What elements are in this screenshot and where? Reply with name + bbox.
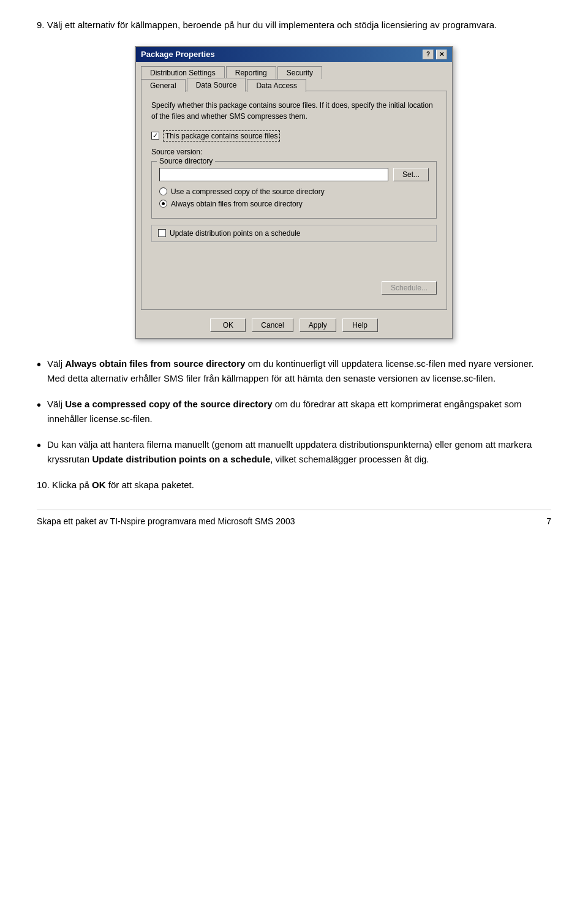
bullet-item-2: • Välj Use a compressed copy of the sour… [37,397,551,426]
bullet-dot-3: • [37,437,41,453]
ok-button[interactable]: OK [210,318,246,332]
dialog-description: Specify whether this package contains so… [151,100,437,122]
update-schedule-checkbox[interactable] [158,229,166,237]
radio-compressed[interactable] [159,187,167,195]
radio-always-obtain[interactable] [159,200,167,208]
footer-right: 7 [546,516,551,526]
content-spacer [151,251,437,281]
tab-general[interactable]: General [141,79,186,92]
update-schedule-label: Update distribution points on a schedule [170,229,300,238]
radio-always-obtain-label: Always obtain files from source director… [171,200,303,208]
bold-update-distribution: Update distribution points on a schedule [92,454,270,464]
bullet-item-3: • Du kan välja att hantera filerna manue… [37,437,551,467]
source-version-label: Source version: [151,148,437,156]
source-directory-groupbox: Source directory Set... Use a compressed… [151,161,437,219]
schedule-button[interactable]: Schedule... [382,281,437,295]
source-files-checkbox[interactable]: ✓ [151,132,159,140]
dialog-window: Package Properties ? ✕ Distribution Sett… [135,46,453,339]
tabs-row1: Distribution Settings Reporting Security [136,62,452,78]
tab-data-source[interactable]: Data Source [187,78,246,92]
source-files-checkbox-row: ✓ This package contains source files [151,130,437,141]
dialog-content: Specify whether this package contains so… [141,91,447,310]
step10: 10. Klicka på OK för att skapa paketet. [37,478,551,492]
bullet-dot-2: • [37,397,41,413]
bullet-text-1: Välj Always obtain files from source dir… [47,356,551,386]
step9-intro: 9. Välj ett alternativ för källmappen, b… [37,18,551,32]
tabs-row2: General Data Source Data Access [136,78,452,91]
bullet-text-3: Du kan välja att hantera filerna manuell… [47,437,551,467]
help-button[interactable]: Help [342,318,378,332]
footer-left: Skapa ett paket av TI-Nspire programvara… [37,516,295,526]
dialog-footer: OK Cancel Apply Help [136,315,452,338]
bullet-text-2: Välj Use a compressed copy of the source… [47,397,551,426]
source-dir-input[interactable] [159,168,388,181]
tab-reporting[interactable]: Reporting [226,66,276,79]
tab-security[interactable]: Security [277,66,322,79]
group-box-legend: Source directory [157,157,215,165]
dialog-container: Package Properties ? ✕ Distribution Sett… [37,46,551,339]
apply-button[interactable]: Apply [300,318,336,332]
update-schedule-row: Update distribution points on a schedule [151,225,437,242]
bullet-dot-1: • [37,356,41,372]
close-titlebar-btn[interactable]: ✕ [436,50,447,59]
radio-compressed-row: Use a compressed copy of the source dire… [159,187,429,196]
bullet-item-1: • Välj Always obtain files from source d… [37,356,551,386]
bold-ok: OK [92,480,106,490]
source-files-label: This package contains source files [163,130,280,141]
bold-compressed-copy: Use a compressed copy of the source dire… [65,399,272,409]
dialog-title: Package Properties [141,50,215,59]
dialog-titlebar: Package Properties ? ✕ [136,47,452,62]
tab-data-access[interactable]: Data Access [247,79,306,92]
schedule-btn-row: Schedule... [151,281,437,295]
radio-compressed-label: Use a compressed copy of the source dire… [171,187,325,196]
set-button[interactable]: Set... [393,168,429,181]
radio-always-obtain-row: Always obtain files from source director… [159,200,429,208]
source-dir-row: Set... [159,168,429,181]
tab-distribution-settings[interactable]: Distribution Settings [141,66,225,79]
page-footer: Skapa ett paket av TI-Nspire programvara… [37,510,551,526]
help-titlebar-btn[interactable]: ? [423,50,434,59]
bold-always-obtain: Always obtain files from source director… [65,358,245,369]
titlebar-buttons: ? ✕ [423,50,447,59]
cancel-button[interactable]: Cancel [252,318,293,332]
